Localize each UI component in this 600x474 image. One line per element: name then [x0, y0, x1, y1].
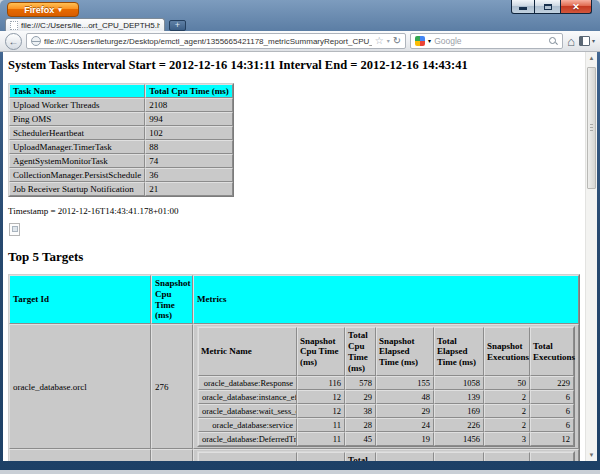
metric-cell: 48	[376, 390, 434, 404]
url-bar-icons: ☆ ▾ ↻	[375, 36, 401, 46]
metrics-column-header: Total Elapsed Time (ms)	[434, 452, 484, 461]
vertical-scrollbar[interactable]: ▲ ▼	[585, 52, 597, 461]
url-dropdown-icon[interactable]: ▾	[387, 38, 390, 44]
table-row: Upload Worker Threads2108	[9, 98, 233, 112]
metrics-header-row: Metric NameSnapshot Cpu Time (ms)Total C…	[198, 327, 574, 376]
table-row: UploadManager.TimerTask88	[9, 140, 233, 154]
bookmark-star-icon[interactable]: ☆	[375, 36, 384, 46]
firefox-menu-button[interactable]: Firefox ▾	[7, 2, 79, 17]
back-button[interactable]: ←	[5, 33, 22, 50]
panel-dropdown-icon: ▾	[592, 38, 595, 44]
tasks-column-header: Task Name	[9, 84, 145, 98]
metrics-column-header: Snapshot Executions	[484, 327, 530, 376]
bookmarks-panel-button[interactable]: ▾	[579, 36, 595, 46]
task-cell: 36	[145, 168, 233, 182]
table-row: Job Receiver Startup Notification21	[9, 182, 233, 196]
search-input[interactable]	[434, 36, 545, 46]
chevron-down-icon: ▾	[58, 6, 62, 13]
tab-title: file:///C:/Users/lle...ort_CPU_DEPTH5.ht…	[21, 21, 160, 30]
bookmarks-panel-icon	[579, 36, 590, 46]
url-bar[interactable]: ☆ ▾ ↻	[26, 33, 406, 49]
metrics-column-header: Snapshot Executions	[484, 452, 530, 461]
close-button[interactable]: ✕	[560, 0, 592, 14]
metric-cell: 45	[345, 432, 376, 446]
scroll-down-icon[interactable]: ▼	[586, 452, 597, 458]
task-cell: 102	[145, 126, 233, 140]
url-input[interactable]	[44, 37, 372, 46]
metric-row: oracle_database:wait_sess_cls12382916926	[198, 404, 574, 418]
metrics-table: Metric NameSnapshot Cpu Time (ms)Total C…	[197, 451, 575, 461]
top-targets-heading: Top 5 Targets	[8, 249, 585, 265]
metric-cell: 578	[345, 376, 376, 390]
metrics-column-header: Total Executions	[530, 452, 574, 461]
metrics-column-header: Snapshot Cpu Time (ms)	[297, 452, 345, 461]
metric-cell: 11	[297, 432, 345, 446]
targets-column-header: Target Id	[9, 275, 151, 324]
browser-content-area: System Tasks Interval Start = 2012-12-16…	[3, 52, 597, 461]
scrollbar-thumb[interactable]	[587, 67, 596, 189]
maximize-icon	[544, 4, 552, 10]
metrics-column-header: Snapshot Cpu Time (ms)	[297, 327, 345, 376]
metric-row: oracle_database:instance_efficiency12294…	[198, 390, 574, 404]
window-controls: ✕	[511, 0, 592, 14]
target-row: oracle_emd.oel.localdomain:3872257Metric…	[9, 449, 579, 461]
window-bottom-edge	[0, 470, 600, 474]
task-cell: CollectionManager.PersistSchedule	[9, 168, 145, 182]
metric-cell: 3	[484, 432, 530, 446]
metrics-column-header: Total Cpu Time (ms)	[345, 452, 376, 461]
metric-cell: 24	[376, 418, 434, 432]
scroll-up-icon[interactable]: ▲	[586, 55, 597, 61]
google-logo-icon[interactable]	[415, 36, 425, 46]
metric-cell: 12	[530, 432, 574, 446]
metric-cell: 19	[376, 432, 434, 446]
metric-cell: 155	[376, 376, 434, 390]
system-tasks-table: Task NameTotal Cpu Time (ms) Upload Work…	[8, 83, 234, 197]
top-targets-table: Target IdSnapshot Cpu Time (ms)Metrics o…	[8, 274, 580, 461]
metric-cell: 11	[297, 418, 345, 432]
metric-cell: 229	[530, 376, 574, 390]
metric-cell: 116	[297, 376, 345, 390]
metric-cell: oracle_database:DeferredTrans	[198, 432, 297, 446]
timestamp-text: Timestamp = 2012-12-16T14:43:41.178+01:0…	[8, 206, 585, 216]
broken-image-icon	[9, 223, 20, 236]
metric-cell: 6	[530, 390, 574, 404]
firefox-menu-label: Firefox	[24, 5, 54, 15]
minimize-button[interactable]	[511, 0, 535, 14]
new-tab-button[interactable]: +	[169, 20, 186, 31]
titlebar: Firefox ▾ ✕ file:///C:/Users/lle...ort_C…	[0, 0, 600, 31]
target-row: oracle_database.orcl276Metric NameSnapsh…	[9, 324, 579, 449]
target-snapshot-cpu-cell: 257	[151, 449, 193, 461]
search-engine-dropdown-icon[interactable]: ▾	[428, 38, 431, 44]
tasks-header-row: Task NameTotal Cpu Time (ms)	[9, 84, 233, 98]
metric-cell: 169	[434, 404, 484, 418]
metric-cell: 12	[297, 390, 345, 404]
maximize-button[interactable]	[535, 0, 560, 14]
task-cell: AgentSystemMonitorTask	[9, 154, 145, 168]
page-favicon-icon	[10, 21, 18, 30]
metric-row: oracle_database:Response1165781551058502…	[198, 376, 574, 390]
metric-cell: 1456	[434, 432, 484, 446]
search-bar[interactable]: ▾	[410, 33, 563, 49]
home-button[interactable]: ⌂	[567, 35, 575, 48]
task-cell: Upload Worker Threads	[9, 98, 145, 112]
targets-column-header: Metrics	[193, 275, 579, 324]
metrics-column-header: Metric Name	[198, 327, 297, 376]
browser-tab[interactable]: file:///C:/Users/lle...ort_CPU_DEPTH5.ht…	[5, 18, 165, 31]
target-id-cell: oracle_database.orcl	[9, 324, 151, 449]
system-tasks-heading: System Tasks Interval Start = 2012-12-16…	[8, 58, 585, 73]
table-row: AgentSystemMonitorTask74	[9, 154, 233, 168]
task-cell: 74	[145, 154, 233, 168]
metric-cell: 2	[484, 404, 530, 418]
reload-icon[interactable]: ↻	[393, 36, 401, 46]
metric-cell: oracle_database:Response	[198, 376, 297, 390]
metrics-column-header: Metric Name	[198, 452, 297, 461]
task-cell: 21	[145, 182, 233, 196]
metric-cell: oracle_database:wait_sess_cls	[198, 404, 297, 418]
targets-header-row: Target IdSnapshot Cpu Time (ms)Metrics	[9, 275, 579, 324]
table-row: CollectionManager.PersistSchedule36	[9, 168, 233, 182]
metrics-column-header: Snapshot Elapsed Time (ms)	[376, 327, 434, 376]
task-cell: Job Receiver Startup Notification	[9, 182, 145, 196]
task-cell: 88	[145, 140, 233, 154]
search-icon[interactable]	[548, 36, 558, 46]
metric-cell: 2	[484, 418, 530, 432]
